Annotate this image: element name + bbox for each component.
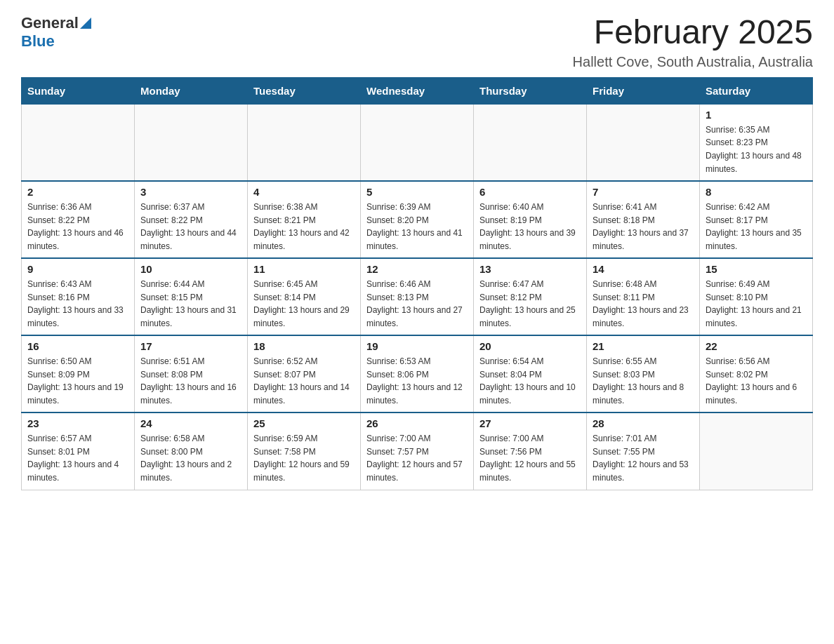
calendar-cell: 5Sunrise: 6:39 AM Sunset: 8:20 PM Daylig… — [361, 181, 474, 258]
calendar-cell: 12Sunrise: 6:46 AM Sunset: 8:13 PM Dayli… — [361, 258, 474, 335]
day-info: Sunrise: 6:37 AM Sunset: 8:22 PM Dayligh… — [140, 201, 241, 253]
day-number: 23 — [27, 417, 128, 429]
calendar-cell: 4Sunrise: 6:38 AM Sunset: 8:21 PM Daylig… — [248, 181, 361, 258]
day-info: Sunrise: 6:35 AM Sunset: 8:23 PM Dayligh… — [706, 123, 807, 175]
calendar-week-row-2: 2Sunrise: 6:36 AM Sunset: 8:22 PM Daylig… — [22, 181, 813, 258]
day-number: 6 — [479, 186, 581, 198]
calendar-cell — [474, 104, 587, 181]
day-number: 16 — [27, 340, 128, 352]
day-number: 12 — [366, 263, 468, 275]
calendar-cell: 15Sunrise: 6:49 AM Sunset: 8:10 PM Dayli… — [700, 258, 813, 335]
calendar-cell: 13Sunrise: 6:47 AM Sunset: 8:12 PM Dayli… — [474, 258, 587, 335]
day-number: 21 — [593, 340, 694, 352]
calendar-cell: 7Sunrise: 6:41 AM Sunset: 8:18 PM Daylig… — [587, 181, 700, 258]
day-info: Sunrise: 6:59 AM Sunset: 7:58 PM Dayligh… — [253, 432, 355, 484]
calendar-cell: 2Sunrise: 6:36 AM Sunset: 8:22 PM Daylig… — [22, 181, 135, 258]
day-number: 9 — [27, 263, 128, 275]
day-info: Sunrise: 6:51 AM Sunset: 8:08 PM Dayligh… — [140, 355, 241, 407]
calendar-cell: 23Sunrise: 6:57 AM Sunset: 8:01 PM Dayli… — [22, 412, 135, 490]
day-number: 5 — [366, 186, 468, 198]
calendar-cell: 16Sunrise: 6:50 AM Sunset: 8:09 PM Dayli… — [22, 335, 135, 412]
logo-general: General — [21, 14, 79, 32]
calendar-cell: 21Sunrise: 6:55 AM Sunset: 8:03 PM Dayli… — [587, 335, 700, 412]
day-info: Sunrise: 6:42 AM Sunset: 8:17 PM Dayligh… — [706, 201, 807, 253]
calendar-cell: 28Sunrise: 7:01 AM Sunset: 7:55 PM Dayli… — [587, 412, 700, 490]
calendar-header-friday: Friday — [587, 77, 700, 104]
calendar-cell — [587, 104, 700, 181]
calendar-cell — [135, 104, 248, 181]
calendar-cell: 10Sunrise: 6:44 AM Sunset: 8:15 PM Dayli… — [135, 258, 248, 335]
day-number: 3 — [140, 186, 241, 198]
calendar-cell: 25Sunrise: 6:59 AM Sunset: 7:58 PM Dayli… — [248, 412, 361, 490]
day-info: Sunrise: 6:41 AM Sunset: 8:18 PM Dayligh… — [593, 201, 694, 253]
day-info: Sunrise: 7:00 AM Sunset: 7:56 PM Dayligh… — [479, 432, 581, 484]
calendar-cell: 17Sunrise: 6:51 AM Sunset: 8:08 PM Dayli… — [135, 335, 248, 412]
day-number: 27 — [479, 417, 581, 429]
calendar-cell — [248, 104, 361, 181]
calendar-cell: 8Sunrise: 6:42 AM Sunset: 8:17 PM Daylig… — [700, 181, 813, 258]
day-number: 19 — [366, 340, 468, 352]
calendar-cell: 24Sunrise: 6:58 AM Sunset: 8:00 PM Dayli… — [135, 412, 248, 490]
calendar-week-row-4: 16Sunrise: 6:50 AM Sunset: 8:09 PM Dayli… — [22, 335, 813, 412]
day-info: Sunrise: 6:40 AM Sunset: 8:19 PM Dayligh… — [479, 201, 581, 253]
day-info: Sunrise: 6:52 AM Sunset: 8:07 PM Dayligh… — [253, 355, 355, 407]
logo-blue: Blue — [21, 32, 55, 50]
svg-marker-0 — [80, 18, 91, 29]
calendar-cell: 20Sunrise: 6:54 AM Sunset: 8:04 PM Dayli… — [474, 335, 587, 412]
calendar-cell: 27Sunrise: 7:00 AM Sunset: 7:56 PM Dayli… — [474, 412, 587, 490]
day-info: Sunrise: 7:00 AM Sunset: 7:57 PM Dayligh… — [366, 432, 468, 484]
day-info: Sunrise: 6:56 AM Sunset: 8:02 PM Dayligh… — [706, 355, 807, 407]
day-info: Sunrise: 6:48 AM Sunset: 8:11 PM Dayligh… — [593, 278, 694, 330]
calendar-header-monday: Monday — [135, 77, 248, 104]
day-number: 2 — [27, 186, 128, 198]
day-info: Sunrise: 7:01 AM Sunset: 7:55 PM Dayligh… — [593, 432, 694, 484]
title-block: February 2025 Hallett Cove, South Austra… — [573, 14, 813, 70]
day-number: 25 — [253, 417, 355, 429]
logo: General Blue — [21, 14, 91, 51]
location-subtitle: Hallett Cove, South Australia, Australia — [573, 54, 813, 70]
day-info: Sunrise: 6:45 AM Sunset: 8:14 PM Dayligh… — [253, 278, 355, 330]
calendar-cell: 19Sunrise: 6:53 AM Sunset: 8:06 PM Dayli… — [361, 335, 474, 412]
day-number: 28 — [593, 417, 694, 429]
day-info: Sunrise: 6:57 AM Sunset: 8:01 PM Dayligh… — [27, 432, 128, 484]
day-info: Sunrise: 6:39 AM Sunset: 8:20 PM Dayligh… — [366, 201, 468, 253]
calendar-week-row-3: 9Sunrise: 6:43 AM Sunset: 8:16 PM Daylig… — [22, 258, 813, 335]
calendar-header-row: SundayMondayTuesdayWednesdayThursdayFrid… — [22, 77, 813, 104]
day-number: 26 — [366, 417, 468, 429]
calendar-header-tuesday: Tuesday — [248, 77, 361, 104]
day-info: Sunrise: 6:47 AM Sunset: 8:12 PM Dayligh… — [479, 278, 581, 330]
day-number: 1 — [706, 109, 807, 121]
day-info: Sunrise: 6:43 AM Sunset: 8:16 PM Dayligh… — [27, 278, 128, 330]
day-number: 4 — [253, 186, 355, 198]
calendar-cell — [361, 104, 474, 181]
day-info: Sunrise: 6:49 AM Sunset: 8:10 PM Dayligh… — [706, 278, 807, 330]
calendar-table: SundayMondayTuesdayWednesdayThursdayFrid… — [21, 77, 813, 490]
calendar-cell: 1Sunrise: 6:35 AM Sunset: 8:23 PM Daylig… — [700, 104, 813, 181]
day-number: 8 — [706, 186, 807, 198]
calendar-header-wednesday: Wednesday — [361, 77, 474, 104]
calendar-week-row-1: 1Sunrise: 6:35 AM Sunset: 8:23 PM Daylig… — [22, 104, 813, 181]
day-number: 24 — [140, 417, 241, 429]
day-info: Sunrise: 6:36 AM Sunset: 8:22 PM Dayligh… — [27, 201, 128, 253]
day-number: 15 — [706, 263, 807, 275]
calendar-cell: 11Sunrise: 6:45 AM Sunset: 8:14 PM Dayli… — [248, 258, 361, 335]
calendar-cell — [22, 104, 135, 181]
day-info: Sunrise: 6:55 AM Sunset: 8:03 PM Dayligh… — [593, 355, 694, 407]
page-header: General Blue February 2025 Hallett Cove,… — [21, 14, 813, 70]
day-info: Sunrise: 6:44 AM Sunset: 8:15 PM Dayligh… — [140, 278, 241, 330]
day-number: 20 — [479, 340, 581, 352]
day-number: 10 — [140, 263, 241, 275]
day-info: Sunrise: 6:53 AM Sunset: 8:06 PM Dayligh… — [366, 355, 468, 407]
calendar-cell: 18Sunrise: 6:52 AM Sunset: 8:07 PM Dayli… — [248, 335, 361, 412]
day-number: 14 — [593, 263, 694, 275]
calendar-cell: 26Sunrise: 7:00 AM Sunset: 7:57 PM Dayli… — [361, 412, 474, 490]
day-info: Sunrise: 6:38 AM Sunset: 8:21 PM Dayligh… — [253, 201, 355, 253]
day-number: 18 — [253, 340, 355, 352]
calendar-week-row-5: 23Sunrise: 6:57 AM Sunset: 8:01 PM Dayli… — [22, 412, 813, 490]
calendar-cell: 3Sunrise: 6:37 AM Sunset: 8:22 PM Daylig… — [135, 181, 248, 258]
calendar-cell: 9Sunrise: 6:43 AM Sunset: 8:16 PM Daylig… — [22, 258, 135, 335]
calendar-cell — [700, 412, 813, 490]
day-number: 13 — [479, 263, 581, 275]
calendar-cell: 14Sunrise: 6:48 AM Sunset: 8:11 PM Dayli… — [587, 258, 700, 335]
calendar-header-sunday: Sunday — [22, 77, 135, 104]
